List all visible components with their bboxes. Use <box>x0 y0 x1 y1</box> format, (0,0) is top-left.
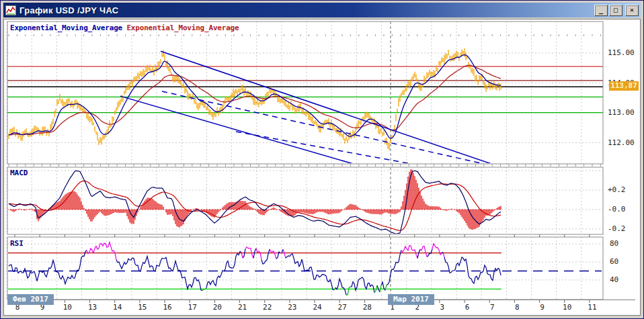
support-resistance-levels <box>7 66 603 113</box>
grid-lines <box>7 21 603 300</box>
axis-ticks <box>9 34 600 303</box>
panel-borders <box>7 21 635 300</box>
rsi-plot <box>7 242 602 295</box>
price-chart-plot <box>1 1 644 319</box>
chart-window: График USD /JPY ЧАС _ □ ✕ Exponential_Mo… <box>0 0 644 319</box>
macd-plot <box>7 169 501 234</box>
